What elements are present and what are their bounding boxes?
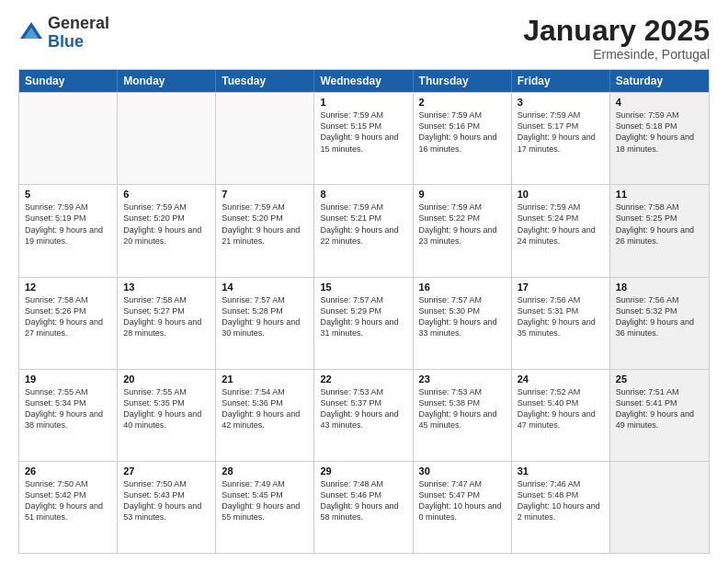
calendar-cell: 27Sunrise: 7:50 AM Sunset: 5:43 PM Dayli… bbox=[118, 462, 216, 553]
day-number: 13 bbox=[123, 282, 210, 293]
calendar-cell: 29Sunrise: 7:48 AM Sunset: 5:46 PM Dayli… bbox=[314, 462, 413, 553]
calendar-cell: 11Sunrise: 7:58 AM Sunset: 5:25 PM Dayli… bbox=[610, 185, 709, 276]
calendar-cell bbox=[19, 93, 118, 184]
calendar-cell: 3Sunrise: 7:59 AM Sunset: 5:17 PM Daylig… bbox=[512, 93, 610, 184]
day-number: 17 bbox=[518, 282, 604, 293]
cell-text: Sunrise: 7:59 AM Sunset: 5:16 PM Dayligh… bbox=[419, 109, 506, 155]
calendar-cell: 6Sunrise: 7:59 AM Sunset: 5:20 PM Daylig… bbox=[118, 185, 216, 276]
calendar-cell bbox=[216, 93, 314, 184]
day-number: 10 bbox=[518, 189, 604, 200]
title-block: January 2025 Ermesinde, Portugal bbox=[523, 15, 710, 62]
logo-text: General Blue bbox=[48, 15, 109, 52]
day-number: 6 bbox=[123, 189, 210, 200]
day-number: 30 bbox=[419, 465, 506, 477]
weekday-header: Friday bbox=[512, 70, 610, 92]
day-number: 16 bbox=[419, 282, 506, 293]
cell-text: Sunrise: 7:52 AM Sunset: 5:40 PM Dayligh… bbox=[518, 386, 604, 431]
day-number: 15 bbox=[320, 282, 406, 293]
cell-text: Sunrise: 7:56 AM Sunset: 5:32 PM Dayligh… bbox=[616, 294, 703, 339]
calendar-cell: 24Sunrise: 7:52 AM Sunset: 5:40 PM Dayli… bbox=[512, 370, 610, 461]
calendar-cell: 10Sunrise: 7:59 AM Sunset: 5:24 PM Dayli… bbox=[512, 185, 610, 276]
day-number: 22 bbox=[320, 373, 406, 385]
cell-text: Sunrise: 7:58 AM Sunset: 5:26 PM Dayligh… bbox=[25, 294, 111, 339]
cell-text: Sunrise: 7:58 AM Sunset: 5:27 PM Dayligh… bbox=[123, 294, 210, 339]
weekday-header: Sunday bbox=[19, 70, 118, 92]
day-number: 7 bbox=[222, 189, 308, 200]
calendar-cell: 8Sunrise: 7:59 AM Sunset: 5:21 PM Daylig… bbox=[314, 185, 413, 276]
weekday-header: Wednesday bbox=[314, 70, 413, 92]
calendar: SundayMondayTuesdayWednesdayThursdayFrid… bbox=[18, 69, 710, 554]
day-number: 4 bbox=[616, 97, 703, 108]
calendar-cell: 16Sunrise: 7:57 AM Sunset: 5:30 PM Dayli… bbox=[414, 278, 512, 369]
cell-text: Sunrise: 7:57 AM Sunset: 5:28 PM Dayligh… bbox=[222, 294, 308, 339]
cell-text: Sunrise: 7:51 AM Sunset: 5:41 PM Dayligh… bbox=[616, 386, 703, 431]
calendar-cell: 20Sunrise: 7:55 AM Sunset: 5:35 PM Dayli… bbox=[118, 370, 216, 461]
calendar-cell: 31Sunrise: 7:46 AM Sunset: 5:48 PM Dayli… bbox=[512, 462, 610, 553]
calendar-cell: 4Sunrise: 7:59 AM Sunset: 5:18 PM Daylig… bbox=[610, 93, 709, 184]
day-number: 19 bbox=[25, 373, 111, 385]
day-number: 26 bbox=[25, 465, 111, 477]
cell-text: Sunrise: 7:59 AM Sunset: 5:24 PM Dayligh… bbox=[518, 201, 604, 247]
weekday-header: Saturday bbox=[610, 70, 709, 92]
calendar-header: SundayMondayTuesdayWednesdayThursdayFrid… bbox=[19, 70, 709, 92]
cell-text: Sunrise: 7:59 AM Sunset: 5:21 PM Dayligh… bbox=[320, 201, 406, 247]
day-number: 25 bbox=[616, 373, 703, 385]
calendar-cell: 30Sunrise: 7:47 AM Sunset: 5:47 PM Dayli… bbox=[414, 462, 512, 553]
calendar-row: 5Sunrise: 7:59 AM Sunset: 5:19 PM Daylig… bbox=[19, 184, 709, 276]
day-number: 12 bbox=[25, 282, 111, 293]
day-number: 5 bbox=[25, 189, 111, 200]
cell-text: Sunrise: 7:49 AM Sunset: 5:45 PM Dayligh… bbox=[222, 478, 308, 523]
calendar-cell: 21Sunrise: 7:54 AM Sunset: 5:36 PM Dayli… bbox=[216, 370, 314, 461]
calendar-row: 19Sunrise: 7:55 AM Sunset: 5:34 PM Dayli… bbox=[19, 369, 709, 461]
cell-text: Sunrise: 7:47 AM Sunset: 5:47 PM Dayligh… bbox=[419, 478, 506, 523]
cell-text: Sunrise: 7:50 AM Sunset: 5:43 PM Dayligh… bbox=[123, 478, 210, 523]
day-number: 9 bbox=[419, 189, 506, 200]
cell-text: Sunrise: 7:59 AM Sunset: 5:22 PM Dayligh… bbox=[419, 201, 506, 247]
calendar-cell: 22Sunrise: 7:53 AM Sunset: 5:37 PM Dayli… bbox=[314, 370, 413, 461]
day-number: 24 bbox=[518, 373, 604, 385]
cell-text: Sunrise: 7:48 AM Sunset: 5:46 PM Dayligh… bbox=[320, 478, 406, 523]
day-number: 11 bbox=[616, 189, 703, 200]
weekday-header: Monday bbox=[118, 70, 216, 92]
calendar-cell: 17Sunrise: 7:56 AM Sunset: 5:31 PM Dayli… bbox=[512, 278, 610, 369]
calendar-cell: 9Sunrise: 7:59 AM Sunset: 5:22 PM Daylig… bbox=[414, 185, 512, 276]
cell-text: Sunrise: 7:56 AM Sunset: 5:31 PM Dayligh… bbox=[518, 294, 604, 339]
day-number: 28 bbox=[222, 465, 308, 477]
day-number: 3 bbox=[518, 97, 604, 108]
day-number: 27 bbox=[123, 465, 210, 477]
calendar-cell: 26Sunrise: 7:50 AM Sunset: 5:42 PM Dayli… bbox=[19, 462, 118, 553]
logo-general: General bbox=[48, 14, 109, 32]
day-number: 18 bbox=[616, 282, 703, 293]
day-number: 1 bbox=[320, 97, 406, 108]
calendar-cell: 18Sunrise: 7:56 AM Sunset: 5:32 PM Dayli… bbox=[610, 278, 709, 369]
calendar-cell: 13Sunrise: 7:58 AM Sunset: 5:27 PM Dayli… bbox=[118, 278, 216, 369]
calendar-row: 12Sunrise: 7:58 AM Sunset: 5:26 PM Dayli… bbox=[19, 277, 709, 369]
calendar-row: 26Sunrise: 7:50 AM Sunset: 5:42 PM Dayli… bbox=[19, 461, 709, 553]
location: Ermesinde, Portugal bbox=[523, 47, 710, 62]
cell-text: Sunrise: 7:59 AM Sunset: 5:18 PM Dayligh… bbox=[616, 109, 703, 155]
day-number: 14 bbox=[222, 282, 308, 293]
calendar-cell: 28Sunrise: 7:49 AM Sunset: 5:45 PM Dayli… bbox=[216, 462, 314, 553]
day-number: 29 bbox=[320, 465, 406, 477]
day-number: 31 bbox=[518, 465, 604, 477]
cell-text: Sunrise: 7:53 AM Sunset: 5:37 PM Dayligh… bbox=[320, 386, 406, 431]
weekday-header: Tuesday bbox=[216, 70, 314, 92]
cell-text: Sunrise: 7:55 AM Sunset: 5:34 PM Dayligh… bbox=[25, 386, 111, 431]
calendar-cell: 19Sunrise: 7:55 AM Sunset: 5:34 PM Dayli… bbox=[19, 370, 118, 461]
cell-text: Sunrise: 7:59 AM Sunset: 5:20 PM Dayligh… bbox=[222, 201, 308, 247]
calendar-cell: 2Sunrise: 7:59 AM Sunset: 5:16 PM Daylig… bbox=[414, 93, 512, 184]
weekday-header: Thursday bbox=[414, 70, 512, 92]
cell-text: Sunrise: 7:54 AM Sunset: 5:36 PM Dayligh… bbox=[222, 386, 308, 431]
calendar-cell: 25Sunrise: 7:51 AM Sunset: 5:41 PM Dayli… bbox=[610, 370, 709, 461]
cell-text: Sunrise: 7:58 AM Sunset: 5:25 PM Dayligh… bbox=[616, 201, 703, 247]
cell-text: Sunrise: 7:59 AM Sunset: 5:19 PM Dayligh… bbox=[25, 201, 111, 247]
cell-text: Sunrise: 7:59 AM Sunset: 5:20 PM Dayligh… bbox=[123, 201, 210, 247]
cell-text: Sunrise: 7:57 AM Sunset: 5:29 PM Dayligh… bbox=[320, 294, 406, 339]
logo-blue: Blue bbox=[48, 32, 84, 51]
day-number: 20 bbox=[123, 373, 210, 385]
day-number: 21 bbox=[222, 373, 308, 385]
cell-text: Sunrise: 7:55 AM Sunset: 5:35 PM Dayligh… bbox=[123, 386, 210, 431]
day-number: 8 bbox=[320, 189, 406, 200]
calendar-cell: 14Sunrise: 7:57 AM Sunset: 5:28 PM Dayli… bbox=[216, 278, 314, 369]
header: General Blue January 2025 Ermesinde, Por… bbox=[18, 15, 710, 62]
